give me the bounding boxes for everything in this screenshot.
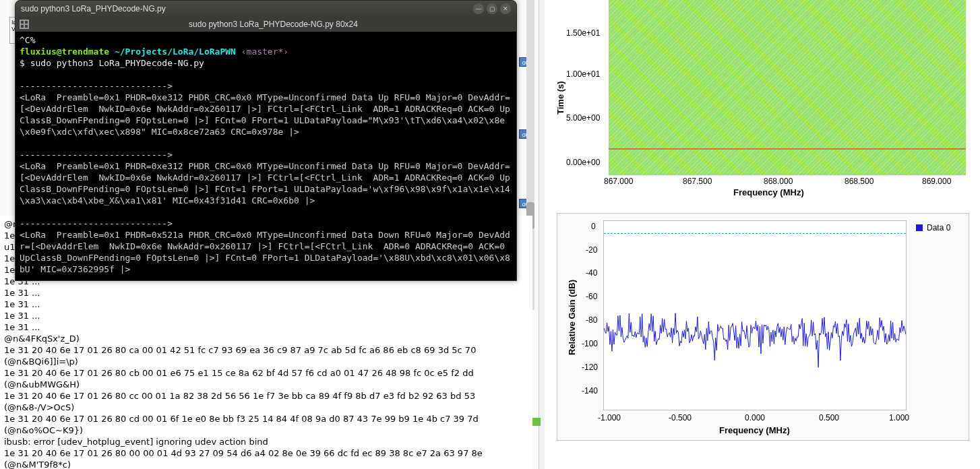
console-line: 1e 31 ... xyxy=(4,322,40,332)
console-line: 1e 31 20 40 6e 17 01 26 80 cb 00 01 e6 7… xyxy=(4,368,474,378)
prompt-path: ~/Projects/LoRa/LoRaPWN xyxy=(115,46,236,57)
waterfall-plot[interactable]: Time (s) 1.50e+01 1.00e+01 5.00e+00 0.00… xyxy=(545,0,976,202)
console-line: ibusb: error [udev_hotplug_event] ignori… xyxy=(4,437,268,447)
ytick: 1.00e+01 xyxy=(566,69,600,79)
xtick: 1.000 xyxy=(889,413,909,423)
terminal-window[interactable]: sudo python3 LoRa_PHYDecode-NG.py — ▢ ✕ … xyxy=(15,0,517,281)
legend: Data 0 xyxy=(916,223,950,232)
axis-label-y: Time (s) xyxy=(555,81,565,115)
tab-title: sudo python3 LoRa_PHYDecode-NG.py 80x24 xyxy=(34,20,512,29)
xtick: 867.500 xyxy=(683,177,712,186)
ytick: -120 xyxy=(582,363,598,372)
console-line: (@n&ubMWG&H) xyxy=(4,379,80,389)
hist-line: ^C% xyxy=(20,35,35,45)
spectrum-plot[interactable]: Data 0 Relative Gain (dB) 0 -20 -40 -60 … xyxy=(557,213,969,441)
console-line: 1e 31 20 40 6e 17 01 26 80 00 00 01 4d 9… xyxy=(4,448,485,469)
axis-label-x: Frequency (MHz) xyxy=(719,425,790,435)
command-text: sudo python3 LoRa_PHYDecode-NG.py xyxy=(30,58,204,68)
xtick: 867.000 xyxy=(604,177,633,186)
console-line: (@n&o%OC~K9}) xyxy=(4,425,83,435)
packet-output: <LoRa Preamble=0x1 PHDR=0x521a PHDR_CRC=… xyxy=(20,230,510,274)
console-line: 1e 31 20 40 6e 17 01 26 80 cc 00 01 1a 8… xyxy=(4,391,478,412)
console-line: 1e 31 ... xyxy=(4,288,40,298)
waterfall-canvas[interactable] xyxy=(609,0,966,175)
legend-label: Data 0 xyxy=(927,223,950,232)
terminal-body[interactable]: ^C% fluxius@trendmate ~/Projects/LoRa/Lo… xyxy=(16,32,516,280)
plot-panel: Time (s) 1.50e+01 1.00e+01 5.00e+00 0.00… xyxy=(545,0,980,469)
ytick: -60 xyxy=(586,292,597,301)
xtick: 868.500 xyxy=(845,177,874,186)
separator: ----------------------------> xyxy=(20,150,173,160)
prompt-branch: ‹master*› xyxy=(241,46,288,57)
ytick: -40 xyxy=(586,268,597,278)
axis-label-y: Relative Gain (dB) xyxy=(567,280,577,355)
xtick: 0.000 xyxy=(745,413,765,423)
prompt-symbol: $ xyxy=(20,58,30,68)
packet-output: <LoRa Preamble=0x1 PHDR=0xe312 PHDR_CRC=… xyxy=(20,92,510,137)
ytick: 5.00e+00 xyxy=(566,113,600,123)
ytick: 0 xyxy=(591,222,596,231)
pane-grid-icon[interactable] xyxy=(20,20,29,29)
spectrum-canvas[interactable] xyxy=(603,220,907,410)
ytick: -20 xyxy=(586,245,597,255)
ytick: -140 xyxy=(582,386,598,396)
xtick: 0.500 xyxy=(819,413,839,423)
xtick: 868.000 xyxy=(764,177,793,186)
console-line: 1e 31 20 40 6e 17 01 26 80 ca 00 01 42 5… xyxy=(4,345,479,367)
spectrum-trace xyxy=(604,221,906,410)
minimize-button[interactable]: — xyxy=(473,3,484,14)
ytick: -100 xyxy=(582,339,598,348)
legend-swatch-icon xyxy=(916,224,923,231)
window-title: sudo python3 LoRa_PHYDecode-NG.py xyxy=(21,4,470,13)
xtick: -0.500 xyxy=(669,413,692,423)
separator: ----------------------------> xyxy=(20,218,173,228)
terminal-tabbar: sudo python3 LoRa_PHYDecode-NG.py 80x24 xyxy=(16,17,516,32)
console-line: @n&4FKqSx'z_D) xyxy=(4,334,80,344)
console-line: 1e 31 20 40 6e 17 01 26 80 cd 00 01 6f 1… xyxy=(4,414,479,424)
axis-label-x: Frequency (MHz) xyxy=(733,187,804,197)
separator: ----------------------------> xyxy=(20,81,173,91)
close-button[interactable]: ✕ xyxy=(500,3,511,14)
ytick: 0.00e+00 xyxy=(566,158,600,167)
console-line: 1e 31 ... xyxy=(4,311,40,321)
terminal-titlebar[interactable]: sudo python3 LoRa_PHYDecode-NG.py — ▢ ✕ xyxy=(16,1,516,17)
console-line: 1e 31 ... xyxy=(4,299,40,309)
ytick: -80 xyxy=(586,315,597,325)
prompt-user: fluxius@trendmate xyxy=(20,46,109,57)
ytick: 1.50e+01 xyxy=(566,28,600,38)
xtick: -1.000 xyxy=(598,413,621,423)
maximize-button[interactable]: ▢ xyxy=(487,3,497,14)
packet-output: <LoRa Preamble=0x1 PHDR=0xe312 PHDR_CRC=… xyxy=(20,161,510,206)
xtick: 869.000 xyxy=(922,177,951,186)
